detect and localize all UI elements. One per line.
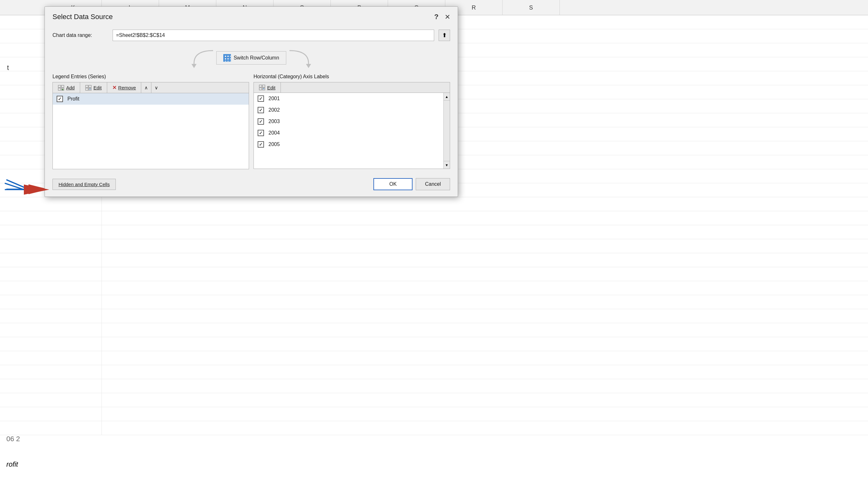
grid-cell bbox=[44, 407, 102, 421]
grid-cell bbox=[44, 365, 102, 379]
bg-text-profit: rofit bbox=[6, 460, 18, 469]
grid-row bbox=[0, 197, 868, 211]
legend-item-label: Profit bbox=[67, 96, 79, 102]
grid-cell bbox=[44, 239, 102, 253]
svg-rect-7 bbox=[61, 85, 64, 88]
category-panel-title: Horizontal (Category) Axis Labels bbox=[253, 74, 450, 79]
dialog-titlebar: Select Data Source ? × bbox=[45, 7, 458, 24]
grid-row bbox=[0, 337, 868, 351]
edit-btn-label: Edit bbox=[94, 85, 102, 90]
expand-icon: ⬆ bbox=[442, 32, 447, 39]
category-scroll-up-button[interactable]: ▲ bbox=[444, 93, 450, 100]
grid-cell bbox=[44, 421, 102, 435]
dialog-bottom: Hidden and Empty Cells OK Cancel bbox=[53, 175, 450, 190]
grid-row bbox=[0, 281, 868, 295]
legend-up-button[interactable]: ∧ bbox=[141, 82, 151, 93]
category-item-checkbox-2004[interactable] bbox=[258, 130, 264, 136]
dialog-action-buttons: OK Cancel bbox=[373, 178, 450, 190]
category-item-checkbox-2001[interactable] bbox=[258, 95, 264, 102]
grid-cell bbox=[44, 309, 102, 323]
category-item-label-2003: 2003 bbox=[268, 119, 280, 125]
grid-cell bbox=[44, 225, 102, 239]
switch-row-column-icon bbox=[223, 54, 231, 62]
category-panel-toolbar: Edit bbox=[253, 82, 450, 93]
grid-cell bbox=[44, 281, 102, 295]
close-button[interactable]: × bbox=[445, 13, 450, 21]
legend-panel-title: Legend Entries (Series) bbox=[53, 74, 249, 79]
svg-line-22 bbox=[5, 183, 24, 190]
grid-row bbox=[0, 393, 868, 407]
grid-cell bbox=[44, 393, 102, 407]
category-item-label-2004: 2004 bbox=[268, 130, 280, 136]
category-edit-button[interactable]: Edit bbox=[254, 82, 281, 93]
category-edit-btn-label: Edit bbox=[267, 85, 275, 90]
grid-row bbox=[0, 239, 868, 253]
legend-list-item[interactable]: Profit bbox=[53, 93, 249, 104]
col-s: S bbox=[503, 0, 560, 15]
grid-row bbox=[0, 267, 868, 281]
legend-add-button[interactable]: Add bbox=[53, 82, 80, 93]
grid-row bbox=[0, 253, 868, 267]
category-item-checkbox-2005[interactable] bbox=[258, 141, 264, 148]
help-button[interactable]: ? bbox=[434, 13, 438, 21]
data-range-row: Chart data range: ⬆ bbox=[53, 30, 450, 41]
category-scroll-down-button[interactable]: ▼ bbox=[444, 161, 450, 169]
category-list-item[interactable]: 2001 bbox=[254, 93, 450, 104]
data-range-input[interactable] bbox=[113, 30, 434, 41]
left-edge-text: t bbox=[7, 64, 9, 72]
category-list-item[interactable]: 2005 bbox=[254, 139, 450, 150]
legend-panel-toolbar: Add Edit bbox=[53, 82, 249, 93]
data-range-expand-button[interactable]: ⬆ bbox=[439, 30, 450, 41]
grid-cell bbox=[44, 337, 102, 351]
legend-item-checkbox[interactable] bbox=[57, 96, 63, 102]
category-edit-icon bbox=[259, 84, 265, 90]
grid-row bbox=[0, 351, 868, 365]
switch-row-column-button[interactable]: Switch Row/Column bbox=[216, 51, 286, 64]
bg-profit-text: rofit bbox=[6, 460, 18, 468]
grid-cell bbox=[44, 323, 102, 337]
select-data-source-dialog: Select Data Source ? × Chart data range:… bbox=[44, 6, 458, 197]
up-arrow-icon: ∧ bbox=[144, 85, 148, 91]
svg-rect-13 bbox=[89, 85, 91, 88]
edit-icon bbox=[85, 85, 92, 91]
category-list-item[interactable]: 2004 bbox=[254, 127, 450, 139]
grid-cell bbox=[44, 379, 102, 393]
category-item-label-2001: 2001 bbox=[268, 96, 280, 101]
grid-row bbox=[0, 309, 868, 323]
category-item-checkbox-2003[interactable] bbox=[258, 118, 264, 125]
remove-icon: ✕ bbox=[112, 84, 116, 91]
grid-cell bbox=[44, 351, 102, 365]
remove-btn-label: Remove bbox=[118, 85, 136, 90]
legend-edit-button[interactable]: Edit bbox=[80, 82, 107, 93]
panels-row: Legend Entries (Series) bbox=[53, 74, 450, 169]
category-item-checkbox-2002[interactable] bbox=[258, 107, 264, 113]
grid-row bbox=[0, 323, 868, 337]
grid-row bbox=[0, 421, 868, 435]
category-item-label-2002: 2002 bbox=[268, 107, 280, 113]
svg-marker-5 bbox=[306, 64, 311, 68]
legend-remove-button[interactable]: ✕ Remove bbox=[107, 82, 141, 93]
grid-row bbox=[0, 407, 868, 421]
cancel-button[interactable]: Cancel bbox=[416, 178, 450, 190]
legend-down-button[interactable]: ∨ bbox=[151, 82, 161, 93]
grid-row bbox=[0, 225, 868, 239]
svg-marker-24 bbox=[24, 185, 49, 195]
switch-btn-label: Switch Row/Column bbox=[233, 55, 279, 61]
category-item-label-2005: 2005 bbox=[268, 141, 280, 147]
svg-marker-4 bbox=[191, 64, 197, 68]
add-btn-label: Add bbox=[66, 85, 75, 90]
grid-row bbox=[0, 365, 868, 379]
grid-cell bbox=[44, 253, 102, 267]
dialog-title: Select Data Source bbox=[53, 13, 113, 21]
ok-button[interactable]: OK bbox=[373, 178, 412, 190]
svg-rect-17 bbox=[259, 85, 262, 87]
svg-rect-19 bbox=[259, 88, 262, 90]
category-list-item[interactable]: 2002 bbox=[254, 104, 450, 116]
category-list-item[interactable]: 2003 bbox=[254, 116, 450, 127]
grid-cell bbox=[44, 267, 102, 281]
data-range-label: Chart data range: bbox=[53, 33, 108, 38]
switch-row: Switch Row/Column bbox=[53, 48, 450, 68]
grid-row bbox=[0, 295, 868, 309]
category-axis-panel: Horizontal (Category) Axis Labels bbox=[253, 74, 450, 169]
down-arrow-icon: ∨ bbox=[155, 85, 158, 91]
